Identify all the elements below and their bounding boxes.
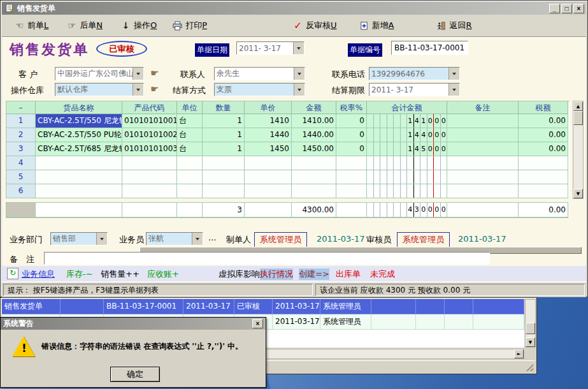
ok-button[interactable]: 确定	[110, 367, 160, 382]
table-cell[interactable]	[367, 184, 447, 198]
scroll-down-icon[interactable]: ▼	[526, 337, 535, 347]
table-cell[interactable]: 6	[6, 184, 36, 198]
table-cell[interactable]	[177, 170, 203, 184]
table-cell[interactable]: 01010101001	[122, 114, 177, 128]
table-cell[interactable]	[336, 184, 367, 198]
table-header-cell[interactable]: –	[6, 101, 36, 114]
list-cell[interactable]	[61, 299, 104, 314]
table-cell[interactable]: CBY-AC-2.5T/550 PU轮	[36, 128, 122, 142]
table-cell[interactable]: CBY-AC-2.5T/685 尼龙轮	[36, 142, 122, 156]
table-header-cell[interactable]: 税额	[519, 101, 568, 114]
table-header-cell[interactable]: 单位	[177, 101, 203, 114]
contact-combo[interactable]: 余先生	[214, 67, 305, 80]
exec-status-link[interactable]: 执行情况	[260, 268, 293, 280]
table-cell[interactable]: 1410	[245, 114, 292, 128]
create-link[interactable]: 创建=>	[299, 268, 329, 280]
table-cell[interactable]: 2	[6, 128, 36, 142]
resize-grip[interactable]	[524, 362, 533, 371]
table-cell[interactable]: 台	[177, 128, 203, 142]
table-cell[interactable]: 0.00	[519, 142, 568, 156]
scroll-thumb[interactable]	[526, 323, 535, 334]
table-cell[interactable]	[447, 170, 519, 184]
list-cell[interactable]	[445, 314, 473, 330]
prev-doc-button[interactable]: ☜ 前单L	[12, 18, 50, 33]
dialog-title-bar[interactable]: 系统警告 ×	[1, 318, 266, 330]
close-button[interactable]: ×	[573, 4, 584, 13]
table-cell[interactable]	[336, 170, 367, 184]
list-cell[interactable]: 2011-03-17	[273, 299, 320, 314]
table-header-cell[interactable]: 金额	[292, 101, 336, 114]
scroll-down-icon[interactable]: ▼	[573, 189, 583, 198]
business-info-link[interactable]: 业务信息	[22, 268, 55, 280]
chevron-down-icon[interactable]	[293, 42, 304, 54]
table-cell[interactable]	[36, 184, 122, 198]
table-cell[interactable]	[122, 156, 177, 170]
table-cell[interactable]: 台	[177, 114, 203, 128]
table-cell[interactable]	[177, 156, 203, 170]
table-cell[interactable]	[519, 170, 568, 184]
table-cell[interactable]	[292, 170, 336, 184]
table-cell[interactable]	[203, 184, 245, 198]
table-cell[interactable]: CBY-AC-2.5T/550 尼龙轮	[36, 114, 122, 128]
chevron-down-icon[interactable]	[448, 68, 459, 80]
table-cell[interactable]	[292, 184, 336, 198]
list-cell[interactable]: 2011-03-17	[273, 314, 320, 330]
table-cell[interactable]	[447, 128, 519, 142]
table-cell[interactable]: 0	[336, 142, 367, 156]
salesman-combo[interactable]: 张航	[146, 232, 203, 246]
table-cell[interactable]: 1	[203, 114, 245, 128]
table-cell[interactable]: 1	[203, 142, 245, 156]
doc-no-input[interactable]	[391, 41, 468, 55]
table-cell[interactable]	[245, 170, 292, 184]
table-cell[interactable]	[203, 156, 245, 170]
table-header-cell[interactable]: 单价	[245, 101, 292, 114]
table-cell[interactable]: 0	[336, 114, 367, 128]
settle-method-combo[interactable]: 支票	[214, 83, 305, 96]
table-cell[interactable]: 01010101003	[122, 142, 177, 156]
scroll-thumb[interactable]	[573, 111, 583, 125]
chevron-down-icon[interactable]	[294, 68, 305, 80]
chevron-down-icon[interactable]	[294, 84, 305, 96]
customer-combo[interactable]: 中国外运广东公司佛山分	[55, 67, 144, 80]
list-cell[interactable]	[445, 299, 473, 314]
table-cell[interactable]	[336, 156, 367, 170]
minimize-button[interactable]: _	[549, 4, 560, 13]
next-doc-button[interactable]: ☞ 后单N	[64, 18, 104, 33]
dialog-close-icon[interactable]: ×	[252, 319, 263, 328]
list-cell[interactable]	[371, 314, 416, 330]
table-header-cell[interactable]: 合计金额	[367, 101, 447, 114]
table-cell[interactable]: 144000	[367, 128, 447, 142]
maximize-button[interactable]: □	[561, 4, 572, 13]
outbound-doc-link[interactable]: 出库单	[336, 268, 361, 280]
table-cell[interactable]: 0.00	[519, 114, 568, 128]
unaudit-button[interactable]: ✓ 反审核U	[290, 18, 339, 33]
chevron-down-icon[interactable]	[133, 68, 143, 80]
table-cell[interactable]: 0.00	[519, 128, 568, 142]
list-cell[interactable]	[473, 299, 524, 314]
table-cell[interactable]: 1	[6, 114, 36, 128]
table-header-cell[interactable]: 数量	[203, 101, 245, 114]
list-vertical-scrollbar[interactable]: ▼	[525, 299, 536, 348]
hand-pointer-icon[interactable]: ☛	[150, 68, 159, 79]
table-cell[interactable]: 01010101002	[122, 128, 177, 142]
table-cell[interactable]	[245, 184, 292, 198]
table-cell[interactable]: 1440	[245, 128, 292, 142]
table-cell[interactable]	[36, 156, 122, 170]
table-cell[interactable]	[122, 184, 177, 198]
title-bar[interactable]: 销售发货单 _ □ ×	[2, 2, 586, 15]
list-row[interactable]: 销售发货单BB-11-03-17-00012011-03-17已审核2011-0…	[2, 299, 524, 314]
table-cell[interactable]	[292, 156, 336, 170]
table-cell[interactable]	[367, 156, 447, 170]
table-cell[interactable]: 5	[6, 170, 36, 184]
table-cell[interactable]	[367, 170, 447, 184]
table-cell[interactable]	[447, 184, 519, 198]
return-button[interactable]: 返回R	[434, 18, 473, 33]
table-cell[interactable]: 1440.00	[292, 128, 336, 142]
table-cell[interactable]	[122, 170, 177, 184]
table-cell[interactable]: 0	[336, 128, 367, 142]
table-cell[interactable]: 1410.00	[292, 114, 336, 128]
table-cell[interactable]: 145000	[367, 142, 447, 156]
chevron-down-icon[interactable]	[448, 84, 459, 96]
print-button[interactable]: 打印P	[170, 18, 209, 33]
list-cell[interactable]: 系统管理员	[320, 314, 371, 330]
